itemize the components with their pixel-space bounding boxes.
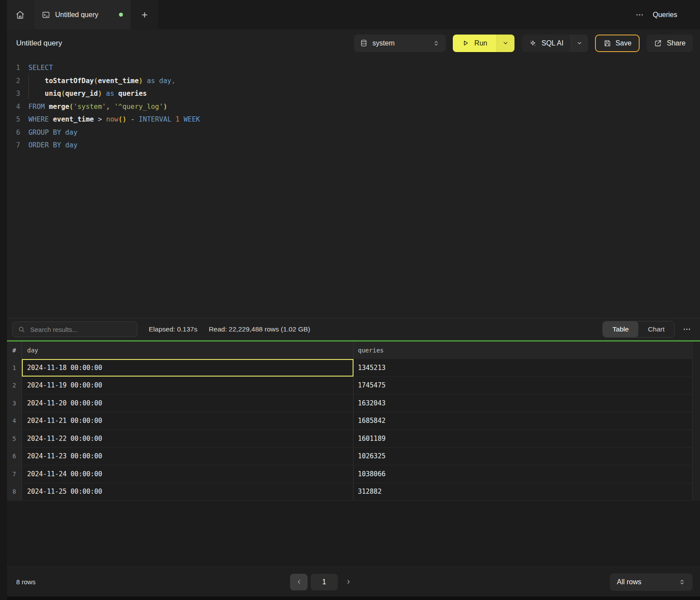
run-options-button[interactable] bbox=[497, 35, 514, 52]
sql-ai-options-button[interactable] bbox=[571, 35, 588, 52]
day-cell[interactable]: 2024-11-23 00:00:00 bbox=[22, 448, 354, 465]
play-icon bbox=[462, 39, 469, 47]
search-results-box bbox=[12, 321, 137, 337]
save-icon bbox=[603, 39, 611, 47]
sql-ai-label: SQL AI bbox=[542, 39, 564, 47]
terminal-icon bbox=[42, 10, 50, 19]
queries-cell[interactable]: 1026325 bbox=[354, 448, 692, 465]
results-table-body: 12024-11-18 00:00:00134521322024-11-19 0… bbox=[7, 359, 700, 501]
tab-overflow-menu-icon[interactable] bbox=[635, 10, 644, 19]
day-cell[interactable]: 2024-11-21 00:00:00 bbox=[22, 412, 354, 430]
table-row: 62024-11-23 00:00:001026325 bbox=[7, 448, 700, 466]
column-header-day[interactable]: day bbox=[22, 342, 354, 359]
code-text: ORDER BY day bbox=[28, 139, 77, 152]
code-line[interactable]: 6GROUP BY day bbox=[7, 126, 700, 140]
share-button-label: Share bbox=[667, 39, 686, 47]
sql-ai-button[interactable]: SQL AI bbox=[522, 35, 571, 52]
chevron-down-icon bbox=[576, 40, 583, 46]
line-number: 2 bbox=[7, 75, 20, 88]
day-cell[interactable]: 2024-11-25 00:00:00 bbox=[22, 483, 354, 501]
row-index-cell[interactable]: 7 bbox=[7, 465, 22, 483]
read-stat: Read: 22,229,488 rows (1.02 GB) bbox=[209, 325, 310, 333]
table-scrollbar-gutter[interactable] bbox=[692, 342, 700, 501]
tab-title: Untitled query bbox=[55, 11, 98, 19]
queries-link[interactable]: Queries bbox=[653, 11, 677, 19]
sql-editor[interactable]: 1SELECT2 toStartOfDay(event_time) as day… bbox=[7, 57, 700, 318]
database-select[interactable]: system bbox=[354, 35, 446, 52]
save-button-label: Save bbox=[616, 39, 631, 47]
row-index-cell[interactable]: 4 bbox=[7, 412, 22, 430]
code-text: SELECT bbox=[28, 62, 53, 75]
pagination: 1 bbox=[290, 574, 356, 590]
column-header-index[interactable]: # bbox=[7, 342, 22, 359]
queries-cell[interactable]: 1685842 bbox=[354, 412, 692, 430]
rows-count: 8 rows bbox=[16, 578, 35, 586]
day-cell[interactable]: 2024-11-24 00:00:00 bbox=[22, 465, 354, 483]
queries-cell[interactable]: 1601189 bbox=[354, 430, 692, 447]
search-results-input[interactable] bbox=[29, 325, 132, 334]
next-page-button[interactable] bbox=[341, 574, 356, 590]
table-row: 32024-11-20 00:00:001632043 bbox=[7, 394, 700, 412]
code-line[interactable]: 3 uniq(query_id) as queries bbox=[7, 87, 700, 101]
day-cell[interactable]: 2024-11-22 00:00:00 bbox=[22, 430, 354, 447]
code-line[interactable]: 7ORDER BY day bbox=[7, 139, 700, 152]
sparkles-icon bbox=[529, 39, 537, 47]
day-cell[interactable]: 2024-11-19 00:00:00 bbox=[22, 377, 354, 394]
code-line[interactable]: 1SELECT bbox=[7, 62, 700, 75]
table-row: 12024-11-18 00:00:001345213 bbox=[7, 359, 700, 377]
row-index-cell[interactable]: 2 bbox=[7, 377, 22, 394]
save-button[interactable]: Save bbox=[595, 35, 640, 52]
elapsed-stat: Elapsed: 0.137s bbox=[149, 325, 197, 333]
tab-bar: Untitled query + Queries bbox=[7, 0, 700, 29]
sql-ai-button-group: SQL AI bbox=[522, 35, 588, 52]
unsaved-dot-icon bbox=[119, 13, 123, 17]
tab-chart-view[interactable]: Chart bbox=[638, 321, 674, 337]
results-table-header: # day queries bbox=[7, 342, 700, 359]
code-text: FROM merge('system', '^query_log') bbox=[28, 101, 167, 114]
previous-page-button[interactable] bbox=[290, 574, 308, 590]
home-button[interactable] bbox=[7, 0, 33, 29]
current-page-button[interactable]: 1 bbox=[311, 574, 338, 590]
code-line[interactable]: 4FROM merge('system', '^query_log') bbox=[7, 101, 700, 114]
query-toolbar: Untitled query system bbox=[7, 29, 700, 57]
line-number: 5 bbox=[7, 113, 20, 126]
tab-untitled-query[interactable]: Untitled query bbox=[34, 0, 131, 29]
line-number: 4 bbox=[7, 101, 20, 114]
new-tab-button[interactable]: + bbox=[131, 0, 158, 29]
share-button[interactable]: Share bbox=[647, 35, 693, 52]
bottom-strip bbox=[7, 597, 700, 600]
row-index-cell[interactable]: 8 bbox=[7, 483, 22, 501]
share-icon bbox=[654, 39, 662, 47]
queries-cell[interactable]: 1038066 bbox=[354, 465, 692, 483]
query-title: Untitled query bbox=[16, 39, 62, 48]
tab-table-view[interactable]: Table bbox=[603, 321, 638, 337]
code-line[interactable]: 2 toStartOfDay(event_time) as day, bbox=[7, 75, 700, 88]
page-size-value: All rows bbox=[617, 578, 641, 586]
chevron-down-icon bbox=[502, 40, 509, 46]
column-header-queries[interactable]: queries bbox=[354, 342, 692, 359]
queries-cell[interactable]: 1632043 bbox=[354, 394, 692, 412]
queries-cell[interactable]: 1745475 bbox=[354, 377, 692, 394]
queries-cell[interactable]: 1345213 bbox=[354, 359, 692, 377]
day-cell[interactable]: 2024-11-18 00:00:00 bbox=[22, 359, 354, 377]
table-row: 22024-11-19 00:00:001745475 bbox=[7, 377, 700, 395]
code-text: uniq(query_id) as queries bbox=[28, 87, 147, 101]
row-index-cell[interactable]: 6 bbox=[7, 448, 22, 465]
view-toggle: Table Chart bbox=[602, 321, 675, 338]
page-size-select[interactable]: All rows bbox=[610, 573, 693, 591]
results-table: # day queries 12024-11-18 00:00:00134521… bbox=[7, 342, 700, 567]
row-index-cell[interactable]: 5 bbox=[7, 430, 22, 447]
run-button[interactable]: Run bbox=[453, 35, 496, 52]
code-line[interactable]: 5WHERE event_time > now() - INTERVAL 1 W… bbox=[7, 113, 700, 126]
run-button-label: Run bbox=[474, 39, 487, 47]
queries-cell[interactable]: 312882 bbox=[354, 483, 692, 501]
results-overflow-menu-icon[interactable] bbox=[682, 325, 691, 334]
table-row: 52024-11-22 00:00:001601189 bbox=[7, 430, 700, 448]
row-index-cell[interactable]: 1 bbox=[7, 359, 22, 377]
run-button-group: Run bbox=[453, 35, 514, 52]
toolbar-actions: system Run bbox=[354, 35, 693, 52]
line-number: 3 bbox=[7, 87, 20, 101]
day-cell[interactable]: 2024-11-20 00:00:00 bbox=[22, 394, 354, 412]
code-text: toStartOfDay(event_time) as day, bbox=[28, 75, 175, 88]
row-index-cell[interactable]: 3 bbox=[7, 394, 22, 412]
